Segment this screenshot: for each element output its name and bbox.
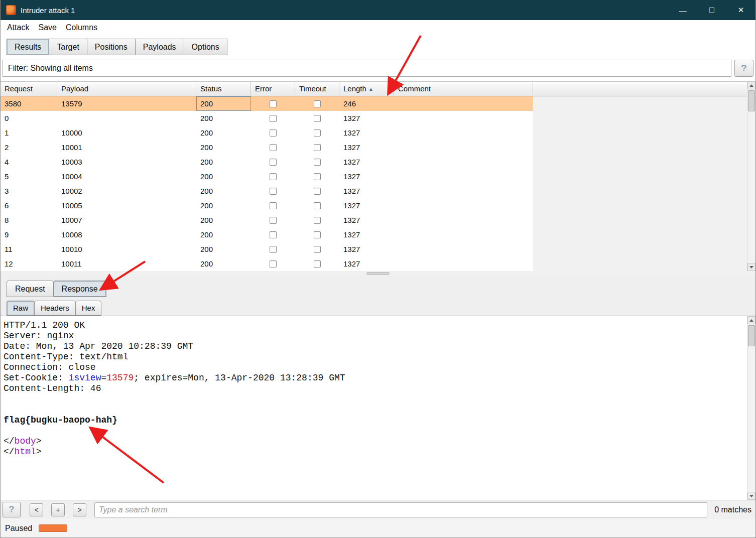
tab-results[interactable]: Results bbox=[7, 39, 49, 55]
scroll-up-icon[interactable] bbox=[747, 81, 755, 89]
filter-bar[interactable]: Filter: Showing all items bbox=[3, 60, 731, 77]
previous-match-button[interactable]: < bbox=[30, 503, 43, 516]
tab-hex[interactable]: Hex bbox=[75, 301, 102, 316]
tab-response[interactable]: Response bbox=[53, 281, 106, 297]
response-scrollbar[interactable] bbox=[747, 316, 755, 500]
column-header-status[interactable]: Status bbox=[196, 82, 251, 96]
table-row[interactable]: 3100022001327 bbox=[1, 184, 533, 198]
error-checkbox[interactable] bbox=[270, 115, 277, 122]
search-help-button[interactable]: ? bbox=[3, 502, 21, 517]
filter-help-button[interactable]: ? bbox=[734, 60, 753, 77]
pane-splitter[interactable] bbox=[1, 271, 755, 276]
column-header-length[interactable]: Length▲ bbox=[339, 82, 394, 96]
tab-headers[interactable]: Headers bbox=[34, 301, 76, 316]
search-input[interactable] bbox=[94, 502, 707, 517]
tab-request[interactable]: Request bbox=[7, 281, 54, 297]
scroll-down-icon[interactable] bbox=[747, 263, 755, 271]
request-cell: 3 bbox=[1, 184, 57, 198]
error-checkbox[interactable] bbox=[270, 231, 277, 238]
table-row[interactable]: 5100042001327 bbox=[1, 169, 533, 184]
tab-positions[interactable]: Positions bbox=[87, 39, 136, 55]
error-checkbox[interactable] bbox=[270, 173, 277, 180]
table-row[interactable]: 358013579200246 bbox=[1, 96, 533, 111]
response-panel[interactable]: HTTP/1.1 200 OKServer: nginxDate: Mon, 1… bbox=[1, 316, 755, 500]
response-line: Server: nginx bbox=[4, 331, 743, 341]
timeout-checkbox[interactable] bbox=[314, 100, 321, 107]
response-line bbox=[4, 394, 743, 405]
message-tab-bar: Request Response bbox=[1, 276, 755, 297]
table-row[interactable]: 8100072001327 bbox=[1, 213, 533, 227]
table-row[interactable]: 2100012001327 bbox=[1, 140, 533, 155]
payload-cell bbox=[57, 111, 196, 125]
column-header-payload[interactable]: Payload bbox=[57, 82, 196, 96]
scroll-thumb[interactable] bbox=[748, 325, 755, 346]
table-row[interactable]: 1100002001327 bbox=[1, 125, 533, 140]
table-row[interactable]: 12100112001327 bbox=[1, 256, 533, 271]
comment-cell bbox=[394, 213, 533, 227]
error-checkbox[interactable] bbox=[270, 188, 277, 195]
response-line: Date: Mon, 13 Apr 2020 10:28:39 GMT bbox=[4, 341, 743, 352]
table-row[interactable]: 02001327 bbox=[1, 111, 533, 125]
payload-cell: 10005 bbox=[57, 198, 196, 213]
maximize-button[interactable]: □ bbox=[697, 0, 726, 20]
payload-cell: 10000 bbox=[57, 125, 196, 140]
error-checkbox[interactable] bbox=[270, 246, 277, 253]
timeout-checkbox[interactable] bbox=[314, 246, 321, 253]
timeout-checkbox[interactable] bbox=[314, 115, 321, 122]
timeout-checkbox[interactable] bbox=[314, 231, 321, 238]
column-header-comment[interactable]: Comment bbox=[394, 82, 533, 96]
timeout-checkbox[interactable] bbox=[314, 260, 321, 267]
error-cell bbox=[251, 155, 295, 169]
tab-payloads[interactable]: Payloads bbox=[135, 39, 184, 55]
add-search-button[interactable]: + bbox=[51, 503, 65, 516]
scroll-thumb[interactable] bbox=[748, 90, 755, 111]
status-cell: 200 bbox=[196, 155, 251, 169]
results-scrollbar[interactable] bbox=[747, 81, 755, 271]
menu-columns[interactable]: Columns bbox=[61, 20, 102, 35]
timeout-cell bbox=[295, 111, 339, 125]
column-header-request[interactable]: Request bbox=[1, 82, 57, 96]
table-row[interactable]: 9100082001327 bbox=[1, 227, 533, 242]
close-button[interactable]: ✕ bbox=[726, 0, 755, 20]
intruder-window: Intruder attack 1 — □ ✕ Attack Save Colu… bbox=[0, 0, 756, 538]
error-checkbox[interactable] bbox=[270, 202, 277, 209]
table-row[interactable]: 11100102001327 bbox=[1, 242, 533, 256]
tab-options[interactable]: Options bbox=[184, 39, 227, 55]
table-row[interactable]: 6100052001327 bbox=[1, 198, 533, 213]
status-cell: 200 bbox=[196, 96, 251, 111]
results-table: Request Payload Status Error Timeout Len… bbox=[1, 81, 755, 276]
scroll-down-icon[interactable] bbox=[747, 492, 755, 500]
timeout-checkbox[interactable] bbox=[314, 159, 321, 166]
timeout-checkbox[interactable] bbox=[314, 188, 321, 195]
error-checkbox[interactable] bbox=[270, 159, 277, 166]
timeout-checkbox[interactable] bbox=[314, 129, 321, 137]
error-checkbox[interactable] bbox=[270, 144, 277, 151]
error-checkbox[interactable] bbox=[270, 100, 277, 107]
timeout-checkbox[interactable] bbox=[314, 144, 321, 151]
status-bar: Paused bbox=[1, 519, 755, 537]
error-checkbox[interactable] bbox=[270, 129, 277, 137]
splitter-grip-icon[interactable] bbox=[366, 272, 390, 275]
titlebar[interactable]: Intruder attack 1 — □ ✕ bbox=[1, 0, 755, 20]
response-line bbox=[4, 426, 743, 436]
length-cell: 1327 bbox=[339, 198, 394, 213]
timeout-checkbox[interactable] bbox=[314, 173, 321, 180]
error-checkbox[interactable] bbox=[270, 217, 277, 224]
next-match-button[interactable]: > bbox=[73, 503, 86, 516]
tab-target[interactable]: Target bbox=[49, 39, 87, 55]
length-cell: 1327 bbox=[339, 125, 394, 140]
menu-save[interactable]: Save bbox=[34, 20, 61, 35]
table-row[interactable]: 4100032001327 bbox=[1, 155, 533, 169]
error-cell bbox=[251, 111, 295, 125]
error-cell bbox=[251, 169, 295, 184]
menu-attack[interactable]: Attack bbox=[3, 20, 34, 35]
minimize-button[interactable]: — bbox=[668, 0, 697, 20]
timeout-checkbox[interactable] bbox=[314, 217, 321, 224]
error-checkbox[interactable] bbox=[270, 260, 277, 267]
scroll-up-icon[interactable] bbox=[747, 316, 755, 324]
timeout-checkbox[interactable] bbox=[314, 202, 321, 209]
column-header-timeout[interactable]: Timeout bbox=[295, 82, 339, 96]
attack-progress-bar bbox=[39, 524, 67, 532]
column-header-error[interactable]: Error bbox=[251, 82, 295, 96]
tab-raw[interactable]: Raw bbox=[7, 301, 35, 316]
